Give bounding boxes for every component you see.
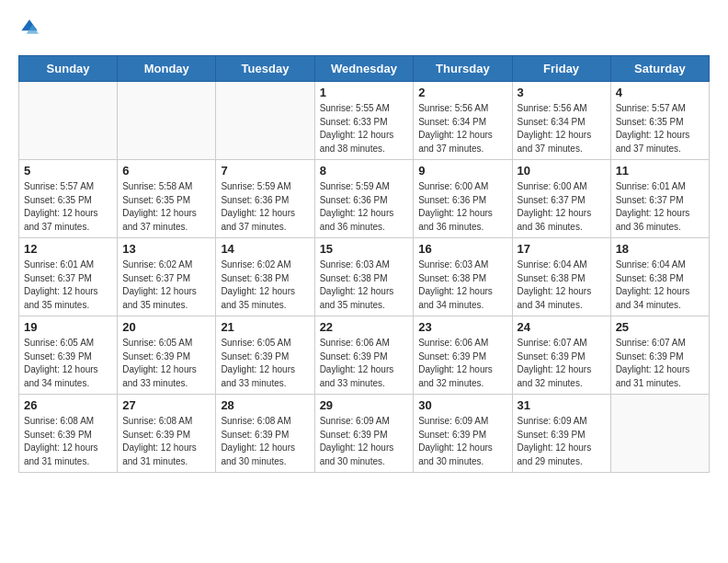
day-info: Sunrise: 6:04 AM Sunset: 6:38 PM Dayligh… xyxy=(518,259,606,312)
calendar-cell: 11Sunrise: 6:01 AM Sunset: 6:37 PM Dayli… xyxy=(610,160,709,238)
day-number: 6 xyxy=(122,164,210,178)
week-row-3: 19Sunrise: 6:05 AM Sunset: 6:39 PM Dayli… xyxy=(19,316,710,395)
day-number: 4 xyxy=(616,86,704,99)
calendar-cell: 6Sunrise: 5:58 AM Sunset: 6:35 PM Daylig… xyxy=(118,160,216,238)
calendar-cell: 7Sunrise: 5:59 AM Sunset: 6:36 PM Daylig… xyxy=(216,160,314,238)
calendar-cell xyxy=(610,395,709,473)
day-number: 28 xyxy=(221,398,309,412)
day-info: Sunrise: 5:59 AM Sunset: 6:36 PM Dayligh… xyxy=(320,180,409,234)
calendar-cell: 30Sunrise: 6:09 AM Sunset: 6:39 PM Dayli… xyxy=(414,395,512,473)
day-info: Sunrise: 6:06 AM Sunset: 6:39 PM Dayligh… xyxy=(418,337,506,390)
week-row-1: 5Sunrise: 5:57 AM Sunset: 6:35 PM Daylig… xyxy=(19,160,710,238)
day-info: Sunrise: 6:01 AM Sunset: 6:37 PM Dayligh… xyxy=(24,259,112,312)
day-number: 2 xyxy=(418,86,506,99)
day-number: 14 xyxy=(221,242,309,256)
day-info: Sunrise: 6:09 AM Sunset: 6:39 PM Dayligh… xyxy=(320,415,409,468)
day-number: 15 xyxy=(320,242,409,256)
day-info: Sunrise: 6:05 AM Sunset: 6:39 PM Dayligh… xyxy=(122,337,210,390)
day-info: Sunrise: 6:07 AM Sunset: 6:39 PM Dayligh… xyxy=(616,337,704,390)
calendar-cell: 18Sunrise: 6:04 AM Sunset: 6:38 PM Dayli… xyxy=(610,238,709,316)
day-info: Sunrise: 6:06 AM Sunset: 6:39 PM Dayligh… xyxy=(320,337,409,390)
calendar-cell: 31Sunrise: 6:09 AM Sunset: 6:39 PM Dayli… xyxy=(512,395,610,473)
calendar-cell: 2Sunrise: 5:56 AM Sunset: 6:34 PM Daylig… xyxy=(414,82,512,160)
calendar-cell: 13Sunrise: 6:02 AM Sunset: 6:37 PM Dayli… xyxy=(118,238,216,316)
day-info: Sunrise: 6:02 AM Sunset: 6:38 PM Dayligh… xyxy=(221,259,309,312)
day-info: Sunrise: 6:08 AM Sunset: 6:39 PM Dayligh… xyxy=(221,415,309,468)
calendar-cell: 3Sunrise: 5:56 AM Sunset: 6:34 PM Daylig… xyxy=(512,82,610,160)
day-info: Sunrise: 6:04 AM Sunset: 6:38 PM Dayligh… xyxy=(616,259,704,312)
week-row-2: 12Sunrise: 6:01 AM Sunset: 6:37 PM Dayli… xyxy=(19,238,710,316)
calendar-cell: 24Sunrise: 6:07 AM Sunset: 6:39 PM Dayli… xyxy=(512,316,610,395)
day-number: 8 xyxy=(320,164,409,178)
calendar-cell: 27Sunrise: 6:08 AM Sunset: 6:39 PM Dayli… xyxy=(118,395,216,473)
calendar-cell: 16Sunrise: 6:03 AM Sunset: 6:38 PM Dayli… xyxy=(414,238,512,316)
calendar-cell xyxy=(118,82,216,160)
calendar-cell: 22Sunrise: 6:06 AM Sunset: 6:39 PM Dayli… xyxy=(314,316,414,395)
calendar-cell: 25Sunrise: 6:07 AM Sunset: 6:39 PM Dayli… xyxy=(610,316,709,395)
day-info: Sunrise: 5:59 AM Sunset: 6:36 PM Dayligh… xyxy=(221,180,309,234)
day-number: 13 xyxy=(122,242,210,256)
day-number: 1 xyxy=(320,86,409,99)
day-info: Sunrise: 6:08 AM Sunset: 6:39 PM Dayligh… xyxy=(122,415,210,468)
col-header-friday: Friday xyxy=(512,56,610,82)
calendar-cell: 1Sunrise: 5:55 AM Sunset: 6:33 PM Daylig… xyxy=(314,82,414,160)
day-info: Sunrise: 6:09 AM Sunset: 6:39 PM Dayligh… xyxy=(518,415,606,468)
day-number: 25 xyxy=(616,320,704,334)
calendar-cell: 8Sunrise: 5:59 AM Sunset: 6:36 PM Daylig… xyxy=(314,160,414,238)
day-info: Sunrise: 6:01 AM Sunset: 6:37 PM Dayligh… xyxy=(616,180,704,234)
day-number: 19 xyxy=(24,320,112,334)
day-info: Sunrise: 6:07 AM Sunset: 6:39 PM Dayligh… xyxy=(518,337,606,390)
day-number: 30 xyxy=(418,398,506,412)
day-info: Sunrise: 6:02 AM Sunset: 6:37 PM Dayligh… xyxy=(122,259,210,312)
day-number: 17 xyxy=(518,242,606,256)
day-number: 7 xyxy=(221,164,309,178)
day-number: 27 xyxy=(122,398,210,412)
col-header-thursday: Thursday xyxy=(414,56,512,82)
day-number: 26 xyxy=(24,398,112,412)
day-info: Sunrise: 6:05 AM Sunset: 6:39 PM Dayligh… xyxy=(24,337,112,390)
col-header-monday: Monday xyxy=(118,56,216,82)
calendar-cell xyxy=(216,82,314,160)
day-number: 10 xyxy=(518,164,606,178)
page-header xyxy=(18,18,710,40)
calendar-cell: 14Sunrise: 6:02 AM Sunset: 6:38 PM Dayli… xyxy=(216,238,314,316)
calendar-cell: 15Sunrise: 6:03 AM Sunset: 6:38 PM Dayli… xyxy=(314,238,414,316)
day-number: 29 xyxy=(320,398,409,412)
day-info: Sunrise: 5:58 AM Sunset: 6:35 PM Dayligh… xyxy=(122,180,210,234)
col-header-saturday: Saturday xyxy=(610,56,709,82)
day-number: 5 xyxy=(24,164,112,178)
calendar-cell: 21Sunrise: 6:05 AM Sunset: 6:39 PM Dayli… xyxy=(216,316,314,395)
calendar-cell: 20Sunrise: 6:05 AM Sunset: 6:39 PM Dayli… xyxy=(118,316,216,395)
week-row-4: 26Sunrise: 6:08 AM Sunset: 6:39 PM Dayli… xyxy=(19,395,710,473)
day-number: 9 xyxy=(418,164,506,178)
calendar-cell: 10Sunrise: 6:00 AM Sunset: 6:37 PM Dayli… xyxy=(512,160,610,238)
day-number: 3 xyxy=(518,86,606,99)
day-number: 11 xyxy=(616,164,704,178)
day-info: Sunrise: 6:03 AM Sunset: 6:38 PM Dayligh… xyxy=(320,259,409,312)
day-info: Sunrise: 5:57 AM Sunset: 6:35 PM Dayligh… xyxy=(24,180,112,234)
day-info: Sunrise: 5:55 AM Sunset: 6:33 PM Dayligh… xyxy=(320,102,409,155)
week-row-0: 1Sunrise: 5:55 AM Sunset: 6:33 PM Daylig… xyxy=(19,82,710,160)
calendar-cell: 28Sunrise: 6:08 AM Sunset: 6:39 PM Dayli… xyxy=(216,395,314,473)
day-info: Sunrise: 6:03 AM Sunset: 6:38 PM Dayligh… xyxy=(418,259,506,312)
calendar-cell: 4Sunrise: 5:57 AM Sunset: 6:35 PM Daylig… xyxy=(610,82,709,160)
calendar-cell: 9Sunrise: 6:00 AM Sunset: 6:36 PM Daylig… xyxy=(414,160,512,238)
calendar-cell: 29Sunrise: 6:09 AM Sunset: 6:39 PM Dayli… xyxy=(314,395,414,473)
calendar-cell: 17Sunrise: 6:04 AM Sunset: 6:38 PM Dayli… xyxy=(512,238,610,316)
day-info: Sunrise: 5:56 AM Sunset: 6:34 PM Dayligh… xyxy=(518,102,606,155)
day-info: Sunrise: 6:09 AM Sunset: 6:39 PM Dayligh… xyxy=(418,415,506,468)
calendar-cell: 5Sunrise: 5:57 AM Sunset: 6:35 PM Daylig… xyxy=(19,160,118,238)
col-header-wednesday: Wednesday xyxy=(314,56,414,82)
day-number: 16 xyxy=(418,242,506,256)
day-number: 24 xyxy=(518,320,606,334)
day-info: Sunrise: 5:57 AM Sunset: 6:35 PM Dayligh… xyxy=(616,102,704,155)
calendar-cell: 23Sunrise: 6:06 AM Sunset: 6:39 PM Dayli… xyxy=(414,316,512,395)
day-info: Sunrise: 6:00 AM Sunset: 6:36 PM Dayligh… xyxy=(418,180,506,234)
day-info: Sunrise: 6:08 AM Sunset: 6:39 PM Dayligh… xyxy=(24,415,112,468)
day-number: 20 xyxy=(122,320,210,334)
day-info: Sunrise: 5:56 AM Sunset: 6:34 PM Dayligh… xyxy=(418,102,506,155)
day-number: 23 xyxy=(418,320,506,334)
day-number: 31 xyxy=(518,398,606,412)
logo xyxy=(18,18,39,40)
calendar-cell xyxy=(19,82,118,160)
